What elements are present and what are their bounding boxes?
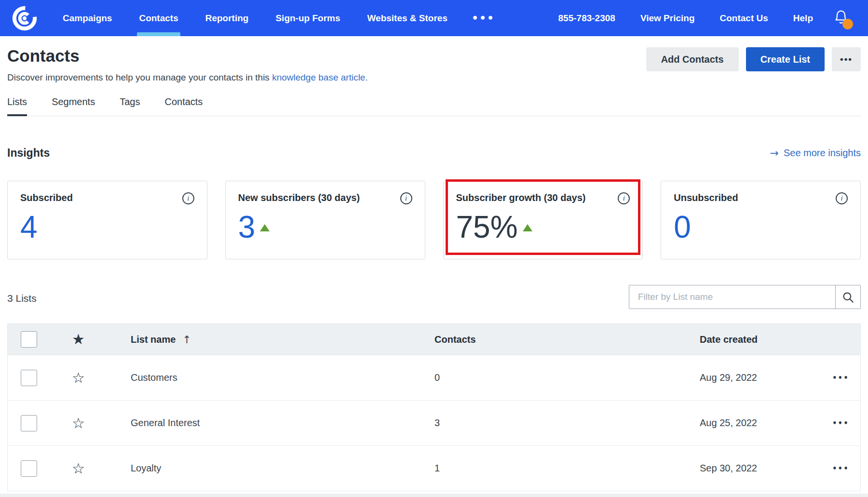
notifications-button[interactable] xyxy=(833,10,849,27)
card-title: Subscribed xyxy=(20,192,73,203)
tab-lists[interactable]: Lists xyxy=(7,96,27,116)
card-title: Subscriber growth (30 days) xyxy=(456,192,586,203)
table-row: ☆ General Interest 3 Aug 25, 2022 ••• xyxy=(8,400,860,445)
row-checkbox[interactable] xyxy=(21,370,37,386)
star-filled-icon[interactable]: ★ xyxy=(72,331,85,348)
search-icon xyxy=(841,291,854,304)
insights-title: Insights xyxy=(7,147,50,160)
list-filter xyxy=(629,285,861,309)
nav-overflow-icon[interactable]: ••• xyxy=(461,0,505,36)
list-contacts-count: 3 xyxy=(434,417,700,429)
see-more-insights-link[interactable]: → See more insights xyxy=(770,147,861,159)
column-header-contacts[interactable]: Contacts xyxy=(434,334,700,345)
card-value: 3 xyxy=(238,211,412,243)
contacts-tabs: Lists Segments Tags Contacts xyxy=(7,96,861,116)
card-subscriber-growth: Subscriber growth (30 days) i 75% xyxy=(443,181,643,259)
subscribed-value: 4 xyxy=(20,211,38,243)
star-outline-icon[interactable]: ☆ xyxy=(72,460,85,477)
insights-header: Insights → See more insights xyxy=(7,147,861,160)
filter-input[interactable] xyxy=(629,285,835,309)
select-all-checkbox[interactable] xyxy=(21,331,37,348)
nav-item-campaigns[interactable]: Campaigns xyxy=(49,0,125,36)
table-header-row: ★ List name ↑ Contacts Date created xyxy=(8,324,860,355)
page-header: Contacts Discover improvements to help y… xyxy=(7,46,861,84)
nav-item-reporting[interactable]: Reporting xyxy=(192,0,262,36)
card-subscribed: Subscribed i 4 xyxy=(7,181,207,259)
create-list-button[interactable]: Create List xyxy=(746,47,825,71)
list-date-created: Sep 30, 2022 xyxy=(700,463,832,474)
info-icon[interactable]: i xyxy=(182,192,194,204)
star-outline-icon[interactable]: ☆ xyxy=(72,415,85,431)
brand-logo[interactable] xyxy=(0,0,49,36)
column-header-list-name[interactable]: List name xyxy=(131,334,176,345)
info-icon[interactable]: i xyxy=(836,192,848,204)
card-title: New subscribers (30 days) xyxy=(238,192,360,203)
secondary-nav: 855-783-2308 View Pricing Contact Us Hel… xyxy=(546,0,868,36)
tab-contacts[interactable]: Contacts xyxy=(164,96,203,116)
list-name[interactable]: Customers xyxy=(131,372,434,383)
lists-table: ★ List name ↑ Contacts Date created ☆ Cu… xyxy=(7,323,861,491)
trend-up-icon xyxy=(523,224,532,231)
nav-item-signup-forms[interactable]: Sign-up Forms xyxy=(262,0,353,36)
card-value: 0 xyxy=(674,211,848,243)
notification-badge xyxy=(842,19,853,29)
page-subtitle: Discover improvements to help you manage… xyxy=(7,71,368,84)
list-date-created: Aug 25, 2022 xyxy=(700,417,832,429)
nav-item-contacts[interactable]: Contacts xyxy=(125,0,191,36)
phone-number[interactable]: 855-783-2308 xyxy=(546,13,628,24)
row-checkbox[interactable] xyxy=(21,415,37,431)
sort-ascending-icon[interactable]: ↑ xyxy=(182,334,191,346)
list-name[interactable]: Loyalty xyxy=(131,463,434,474)
arrow-right-icon: → xyxy=(770,147,778,159)
nav-item-contact-us[interactable]: Contact Us xyxy=(707,13,781,24)
nav-item-view-pricing[interactable]: View Pricing xyxy=(628,13,707,24)
row-more-icon[interactable]: ••• xyxy=(832,374,849,382)
tab-segments[interactable]: Segments xyxy=(52,96,95,116)
list-contacts-count: 0 xyxy=(434,372,700,383)
column-header-date-created[interactable]: Date created xyxy=(700,334,832,345)
constant-contact-logo-icon xyxy=(12,5,38,31)
row-checkbox[interactable] xyxy=(21,460,37,477)
table-row: ☆ Loyalty 1 Sep 30, 2022 ••• xyxy=(8,445,860,491)
lists-toolbar: 3 Lists xyxy=(7,285,861,309)
card-value: 4 xyxy=(20,211,194,243)
trend-up-icon xyxy=(260,224,270,231)
new-subscribers-value: 3 xyxy=(238,211,256,243)
page-title: Contacts xyxy=(7,46,368,66)
info-icon[interactable]: i xyxy=(618,192,630,204)
row-more-icon[interactable]: ••• xyxy=(832,464,849,473)
insight-cards: Subscribed i 4 New subscribers (30 days)… xyxy=(7,181,861,259)
header-actions: Add Contacts Create List ••• xyxy=(646,47,861,71)
star-outline-icon[interactable]: ☆ xyxy=(72,369,85,386)
lists-count: 3 Lists xyxy=(7,293,37,304)
primary-nav: Campaigns Contacts Reporting Sign-up For… xyxy=(49,0,505,36)
knowledge-base-link[interactable]: knowledge base article. xyxy=(272,72,368,82)
table-row: ☆ Customers 0 Aug 29, 2022 ••• xyxy=(8,355,860,400)
info-icon[interactable]: i xyxy=(400,192,412,204)
header-more-icon[interactable]: ••• xyxy=(832,47,861,71)
nav-item-help[interactable]: Help xyxy=(781,13,826,24)
unsubscribed-value: 0 xyxy=(674,211,691,243)
row-more-icon[interactable]: ••• xyxy=(832,419,849,428)
nav-item-websites-stores[interactable]: Websites & Stores xyxy=(354,0,461,36)
card-new-subscribers: New subscribers (30 days) i 3 xyxy=(225,181,425,259)
subtitle-text: Discover improvements to help you manage… xyxy=(7,72,272,82)
list-date-created: Aug 29, 2022 xyxy=(700,372,832,383)
list-name[interactable]: General Interest xyxy=(131,417,434,429)
add-contacts-button[interactable]: Add Contacts xyxy=(646,47,739,71)
top-navbar: Campaigns Contacts Reporting Sign-up For… xyxy=(0,0,868,36)
search-button[interactable] xyxy=(835,285,860,309)
subscriber-growth-value: 75% xyxy=(456,211,518,243)
see-more-insights-label: See more insights xyxy=(784,148,861,159)
card-unsubscribed: Unsubscribed i 0 xyxy=(661,181,861,259)
list-contacts-count: 1 xyxy=(434,463,700,474)
page-bottom-divider xyxy=(0,494,868,497)
tab-tags[interactable]: Tags xyxy=(120,96,140,116)
card-value: 75% xyxy=(456,211,630,243)
card-title: Unsubscribed xyxy=(674,192,738,203)
